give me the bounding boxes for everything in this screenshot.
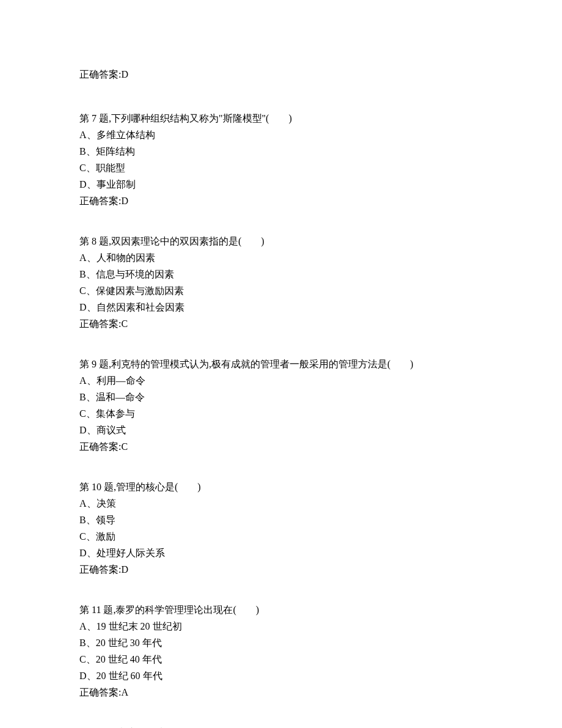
question-10: 第 10 题,管理的核心是( ) A、决策 B、领导 C、激励 D、处理好人际关…	[79, 480, 483, 577]
option-b: B、矩阵结构	[79, 144, 483, 159]
question-title: 第 8 题,双因素理论中的双因素指的是( )	[79, 234, 483, 249]
question-title: 第 7 题,下列哪种组织结构又称为"斯隆模型"( )	[79, 111, 483, 126]
option-d: D、事业部制	[79, 177, 483, 192]
option-b: B、温和—命令	[79, 390, 483, 405]
option-a: A、多维立体结构	[79, 128, 483, 142]
correct-answer: 正确答案:C	[79, 317, 483, 331]
option-d: D、自然因素和社会因素	[79, 300, 483, 315]
option-d: D、处理好人际关系	[79, 546, 483, 561]
previous-answer: 正确答案:D	[79, 67, 483, 82]
option-a: A、19 世纪末 20 世纪初	[79, 619, 483, 634]
question-8: 第 8 题,双因素理论中的双因素指的是( ) A、人和物的因素 B、信息与环境的…	[79, 234, 483, 331]
option-d: D、商议式	[79, 423, 483, 438]
question-title: 第 9 题,利克特的管理模式认为,极有成就的管理者一般采用的管理方法是( )	[79, 357, 483, 372]
question-title: 第 10 题,管理的核心是( )	[79, 480, 483, 495]
question-11: 第 11 题,泰罗的科学管理理论出现在( ) A、19 世纪末 20 世纪初 B…	[79, 603, 483, 700]
question-title: 第 11 题,泰罗的科学管理理论出现在( )	[79, 603, 483, 617]
option-b: B、领导	[79, 513, 483, 528]
option-a: A、决策	[79, 496, 483, 511]
option-a: A、人和物的因素	[79, 251, 483, 265]
correct-answer: 正确答案:C	[79, 439, 483, 454]
correct-answer: 正确答案:D	[79, 562, 483, 577]
question-title: 第 12 题,头脑风暴法属于( )	[79, 726, 483, 728]
option-b: B、20 世纪 30 年代	[79, 636, 483, 650]
option-c: C、职能型	[79, 161, 483, 175]
question-7: 第 7 题,下列哪种组织结构又称为"斯隆模型"( ) A、多维立体结构 B、矩阵…	[79, 111, 483, 208]
question-12: 第 12 题,头脑风暴法属于( ) A、外推法 B、直观法 C、因果法	[79, 726, 483, 728]
question-9: 第 9 题,利克特的管理模式认为,极有成就的管理者一般采用的管理方法是( ) A…	[79, 357, 483, 454]
option-b: B、信息与环境的因素	[79, 267, 483, 282]
option-c: C、激励	[79, 529, 483, 544]
correct-answer: 正确答案:A	[79, 685, 483, 700]
option-c: C、集体参与	[79, 406, 483, 421]
correct-answer: 正确答案:D	[79, 194, 483, 208]
option-a: A、利用—命令	[79, 373, 483, 388]
option-d: D、20 世纪 60 年代	[79, 669, 483, 683]
option-c: C、20 世纪 40 年代	[79, 652, 483, 667]
option-c: C、保健因素与激励因素	[79, 284, 483, 298]
